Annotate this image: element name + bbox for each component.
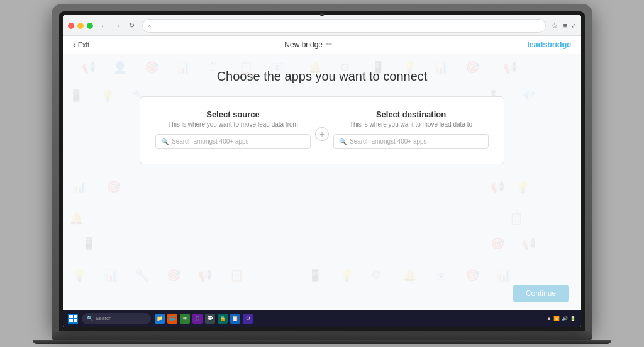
destination-subtitle: This is where you want to move lead data…: [333, 121, 489, 128]
battery-icon: 🔋: [570, 316, 576, 321]
taskbar-security-icon[interactable]: 🔒: [218, 314, 228, 324]
continue-button[interactable]: Continue: [513, 285, 569, 302]
logo-suffix: bridge: [547, 40, 571, 49]
maximize-window-button[interactable]: [87, 23, 93, 29]
taskbar-app2-icon[interactable]: ⚙: [243, 314, 253, 324]
exit-label: Exit: [78, 41, 89, 48]
browser-actions: ☆ ≡ ⤢: [551, 21, 576, 30]
taskbar-browser-icon[interactable]: 🌐: [167, 314, 177, 324]
expand-icon[interactable]: ⤢: [571, 22, 576, 29]
leadsbridge-logo: leadsbridge: [527, 40, 571, 49]
back-button[interactable]: ←: [98, 20, 109, 31]
destination-search-placeholder: Search amongst 400+ apps: [350, 138, 427, 145]
volume-icon: 🔊: [562, 316, 568, 321]
source-panel: Select source This is where you want to …: [155, 110, 311, 149]
page-title: Choose the apps you want to connect: [217, 69, 428, 84]
logo-prefix: leads: [527, 40, 547, 49]
destination-panel: Select destination This is where you wan…: [333, 110, 489, 149]
taskbar-file-icon[interactable]: 📁: [155, 314, 165, 324]
network-icon: 📶: [553, 316, 560, 321]
taskbar-right: ▲ 📶 🔊 🔋: [547, 316, 576, 321]
taskbar-music-icon[interactable]: 🎵: [192, 314, 203, 324]
start-button[interactable]: [68, 314, 78, 324]
source-subtitle: This is where you want to move lead data…: [155, 121, 311, 128]
destination-search-icon: 🔍: [339, 138, 347, 145]
traffic-lights: [68, 23, 93, 29]
exit-button[interactable]: Exit: [73, 40, 89, 50]
taskbar-mail-icon[interactable]: ✉: [180, 314, 190, 324]
destination-title: Select destination: [333, 110, 489, 119]
app-header: Exit New bridge ✏ leadsbridge: [63, 36, 581, 54]
destination-search-box[interactable]: 🔍 Search amongst 400+ apps: [333, 134, 489, 149]
main-area: Choose the apps you want to connect Sele…: [63, 54, 581, 277]
browser-chrome: ← → ↻ × ☆ ≡ ⤢: [63, 15, 581, 36]
taskbar: 🔍 Search 📁 🌐 ✉: [63, 310, 581, 327]
forward-button[interactable]: →: [112, 20, 123, 31]
minimize-window-button[interactable]: [77, 23, 84, 29]
bridge-name: New bridge: [284, 40, 323, 49]
taskbar-icons: 📁 🌐 ✉ 🎵 💬: [155, 314, 253, 324]
address-bar[interactable]: ×: [142, 19, 546, 33]
edit-icon[interactable]: ✏: [326, 40, 332, 48]
sources-row: Select source This is where you want to …: [155, 110, 489, 149]
plus-icon: +: [315, 127, 329, 141]
source-search-icon: 🔍: [161, 138, 169, 145]
connect-card: Select source This is where you want to …: [140, 96, 504, 164]
bridge-title: New bridge ✏: [284, 40, 332, 49]
footer-area: Continue: [63, 277, 581, 310]
address-close-icon: ×: [148, 23, 151, 29]
close-window-button[interactable]: [68, 23, 74, 29]
taskbar-chat-icon[interactable]: 💬: [205, 314, 215, 324]
taskbar-search[interactable]: 🔍 Search: [82, 313, 151, 324]
system-tray: ▲ 📶 🔊 🔋: [547, 316, 576, 321]
plus-separator: +: [311, 110, 333, 141]
source-search-placeholder: Search amongst 400+ apps: [172, 138, 249, 145]
taskbar-app1-icon[interactable]: 📋: [230, 314, 240, 324]
taskbar-search-label: Search: [96, 316, 111, 321]
source-title: Select source: [155, 110, 311, 119]
taskbar-search-icon: 🔍: [87, 316, 93, 321]
app-content: 📢 👤 🎯 📊 ⏱ 📋 📧 🔔 ⚙ 📱 💡 📊: [63, 54, 581, 310]
browser-nav: ← → ↻: [98, 20, 137, 31]
star-icon[interactable]: ☆: [551, 21, 558, 30]
refresh-button[interactable]: ↻: [126, 20, 137, 31]
tray-arrow: ▲: [547, 316, 552, 321]
laptop-camera: [320, 13, 324, 16]
laptop-base: [52, 331, 592, 340]
laptop-foot: [33, 340, 611, 344]
menu-icon[interactable]: ≡: [562, 21, 567, 30]
source-search-box[interactable]: 🔍 Search amongst 400+ apps: [155, 134, 311, 149]
